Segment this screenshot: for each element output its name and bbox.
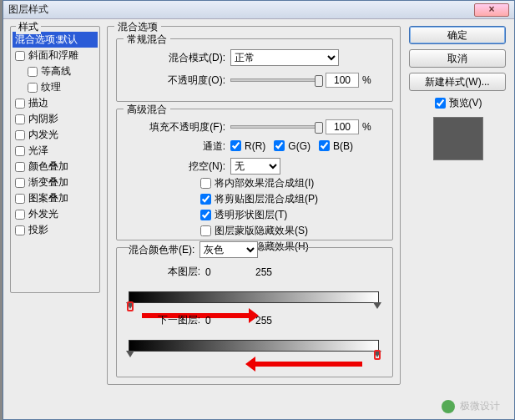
- style-item-label: 渐变叠加: [28, 175, 68, 190]
- fill-opacity-slider[interactable]: [230, 125, 322, 129]
- layer-mask-hides-checkbox[interactable]: 图层蒙版隐藏效果(S): [200, 224, 318, 238]
- style-item-checkbox[interactable]: [15, 99, 25, 109]
- style-item-label: 纹理: [41, 80, 61, 94]
- style-item-10[interactable]: 图案叠加: [13, 190, 98, 206]
- style-item-checkbox[interactable]: [15, 162, 25, 172]
- styles-list: 混合选项:默认斜面和浮雕等高线纹理描边内阴影内发光光泽颜色叠加渐变叠加图案叠加外…: [11, 27, 99, 240]
- fill-opacity-label: 填充不透明度(F):: [117, 120, 225, 134]
- style-item-1[interactable]: 斜面和浮雕: [13, 48, 98, 63]
- style-item-8[interactable]: 颜色叠加: [13, 159, 98, 175]
- channel-r-checkbox[interactable]: R(R): [230, 140, 265, 152]
- style-item-11[interactable]: 外发光: [13, 206, 98, 222]
- dialog-body: 样式 混合选项:默认斜面和浮雕等高线纹理描边内阴影内发光光泽颜色叠加渐变叠加图案…: [3, 19, 514, 419]
- new-style-button[interactable]: 新建样式(W)...: [409, 73, 506, 91]
- preview-swatch: [433, 117, 483, 160]
- style-item-label: 等高线: [41, 64, 71, 78]
- style-item-checkbox[interactable]: [28, 83, 38, 93]
- this-layer-low-handle[interactable]: [127, 301, 134, 311]
- blend-if-group: 混合颜色带(E): 灰色 本图层: 0 255: [116, 247, 393, 377]
- close-button[interactable]: ×: [474, 3, 509, 17]
- styles-panel: 样式 混合选项:默认斜面和浮雕等高线纹理描边内阴影内发光光泽颜色叠加渐变叠加图案…: [10, 26, 100, 293]
- under-layer-high-handle[interactable]: [374, 350, 381, 360]
- layer-style-dialog: 图层样式 × 样式 混合选项:默认斜面和浮雕等高线纹理描边内阴影内发光光泽颜色叠…: [3, 0, 515, 420]
- opacity-value[interactable]: 100: [326, 73, 359, 88]
- opacity-slider[interactable]: [230, 78, 322, 82]
- this-layer-gradient[interactable]: [129, 291, 379, 303]
- style-item-checkbox[interactable]: [15, 130, 25, 140]
- this-layer-hi: 255: [255, 266, 272, 278]
- style-item-4[interactable]: 描边: [13, 95, 98, 111]
- style-item-checkbox[interactable]: [28, 67, 38, 77]
- style-item-checkbox[interactable]: [15, 51, 25, 61]
- styles-header: 样式: [16, 20, 41, 34]
- preview-checkbox[interactable]: 预览(V): [409, 96, 507, 110]
- titlebar[interactable]: 图层样式 ×: [3, 1, 514, 19]
- blend-if-label: 混合颜色带(E):: [129, 243, 194, 257]
- watermark: 极微设计: [442, 399, 500, 413]
- style-item-checkbox[interactable]: [15, 114, 25, 124]
- knockout-select[interactable]: 无: [230, 158, 280, 175]
- under-layer-lo: 0: [205, 315, 255, 326]
- under-layer-gradient[interactable]: [129, 340, 379, 352]
- annotation-arrow-2: [254, 362, 362, 367]
- fill-opacity-unit: %: [362, 121, 371, 133]
- style-item-7[interactable]: 光泽: [13, 143, 98, 159]
- blend-mode-select[interactable]: 正常: [230, 49, 339, 66]
- general-blending-group: 常规混合 混合模式(D): 正常 不透明度(O): 100 %: [116, 38, 393, 102]
- knockout-label: 挖空(N):: [117, 159, 225, 174]
- style-item-label: 内发光: [28, 128, 58, 142]
- style-item-label: 内阴影: [28, 112, 58, 126]
- style-item-label: 颜色叠加: [28, 159, 68, 174]
- this-layer-label: 本图层:: [117, 265, 200, 279]
- under-layer-label: 下一图层:: [117, 313, 200, 327]
- style-item-3[interactable]: 纹理: [13, 79, 98, 95]
- style-item-checkbox[interactable]: [15, 210, 25, 220]
- blend-clipped-checkbox[interactable]: 将剪贴图层混合成组(P): [200, 192, 318, 206]
- fill-opacity-value[interactable]: 100: [326, 119, 359, 134]
- style-item-checkbox[interactable]: [15, 178, 25, 188]
- style-item-9[interactable]: 渐变叠加: [13, 175, 98, 190]
- blend-interior-checkbox[interactable]: 将内部效果混合成组(I): [200, 176, 318, 190]
- general-blending-label: 常规混合: [124, 33, 170, 47]
- style-item-checkbox[interactable]: [15, 146, 25, 156]
- advanced-blending-group: 高级混合 填充不透明度(F): 100 % 通道: R(R) G(G) B(B)…: [116, 109, 393, 240]
- style-item-2[interactable]: 等高线: [13, 63, 98, 79]
- window-title: 图层样式: [8, 3, 48, 17]
- advanced-blending-label: 高级混合: [124, 103, 170, 117]
- channels-label: 通道:: [117, 139, 225, 154]
- wechat-icon: [442, 400, 455, 413]
- style-item-label: 外发光: [28, 207, 58, 221]
- style-item-label: 斜面和浮雕: [28, 48, 78, 63]
- ok-button[interactable]: 确定: [409, 26, 506, 44]
- style-item-5[interactable]: 内阴影: [13, 111, 98, 127]
- style-item-label: 图案叠加: [28, 191, 68, 205]
- transparency-shapes-checkbox[interactable]: 透明形状图层(T): [200, 208, 318, 222]
- style-item-checkbox[interactable]: [15, 194, 25, 204]
- channel-b-checkbox[interactable]: B(B): [319, 140, 353, 152]
- blend-mode-label: 混合模式(D):: [117, 51, 225, 65]
- style-item-label: 混合选项:默认: [15, 33, 78, 47]
- under-layer-hi: 255: [255, 315, 272, 326]
- style-item-label: 投影: [28, 223, 48, 237]
- blending-options-group: 混合选项 常规混合 混合模式(D): 正常 不透明度(O): 100 % 高级混…: [107, 26, 401, 385]
- right-panel: 确定 取消 新建样式(W)... 预览(V): [409, 26, 507, 160]
- opacity-label: 不透明度(O):: [117, 73, 225, 88]
- this-layer-lo: 0: [205, 266, 255, 278]
- style-item-6[interactable]: 内发光: [13, 127, 98, 143]
- cancel-button[interactable]: 取消: [409, 49, 506, 68]
- channel-g-checkbox[interactable]: G(G): [274, 140, 311, 152]
- blend-if-select[interactable]: 灰色: [199, 241, 258, 258]
- style-item-12[interactable]: 投影: [13, 222, 98, 238]
- style-item-label: 描边: [28, 96, 48, 110]
- style-item-label: 光泽: [28, 144, 48, 158]
- opacity-unit: %: [362, 74, 371, 86]
- style-item-checkbox[interactable]: [15, 225, 25, 235]
